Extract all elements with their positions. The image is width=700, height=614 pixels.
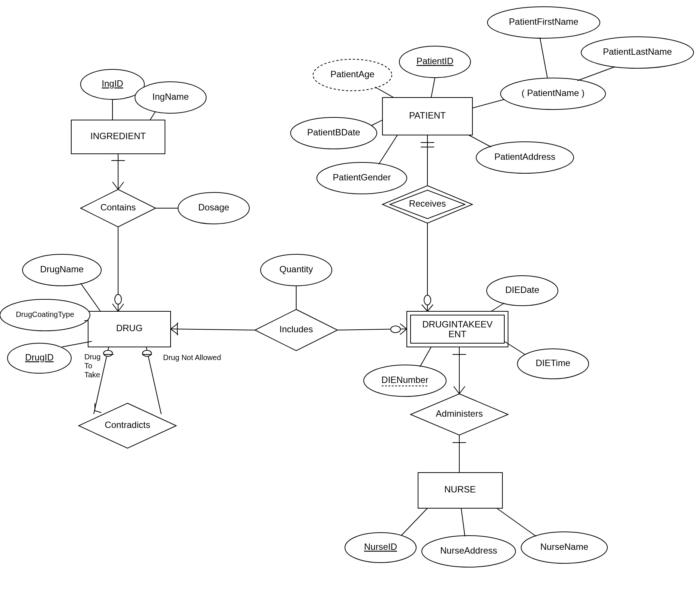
- entity-patient-label: PATIENT: [409, 110, 446, 120]
- role-drugtotake-3: Take: [84, 371, 100, 379]
- entity-drug-label: DRUG: [116, 323, 143, 333]
- svg-line-28: [379, 135, 397, 164]
- attr-patientlast-label: PatientLastName: [603, 47, 672, 57]
- attr-quantity-label: Quantity: [279, 264, 313, 274]
- svg-line-35: [422, 305, 427, 311]
- entity-ingredient-label: INGREDIENT: [90, 131, 146, 141]
- attr-ingname-label: IngName: [152, 92, 189, 102]
- svg-line-21: [95, 411, 101, 413]
- svg-line-40: [420, 347, 431, 367]
- svg-line-25: [577, 67, 615, 81]
- svg-line-37: [491, 303, 504, 311]
- svg-line-15: [146, 347, 161, 414]
- attr-dosage-label: Dosage: [198, 202, 229, 212]
- attr-nursename-label: NurseName: [540, 542, 588, 552]
- svg-line-47: [400, 324, 407, 329]
- entity-drugintake-label2: ENT: [448, 329, 466, 339]
- svg-line-1: [150, 111, 156, 120]
- svg-line-52: [454, 386, 459, 394]
- attr-patientfirst-label: PatientFirstName: [509, 17, 578, 27]
- svg-line-23: [431, 78, 435, 98]
- svg-line-4: [112, 182, 118, 189]
- attr-dietime-label: DIETime: [536, 358, 570, 368]
- svg-line-27: [371, 120, 382, 126]
- svg-line-38: [504, 341, 525, 354]
- svg-line-5: [118, 182, 124, 189]
- rel-contradicts-label: Contradicts: [105, 420, 150, 430]
- rel-administers-label: Administers: [436, 408, 483, 419]
- attr-nurseaddress-label: NurseAddress: [440, 545, 497, 555]
- svg-point-34: [424, 295, 431, 305]
- attr-patientid-label: PatientID: [417, 56, 454, 66]
- rel-receives-label: Receives: [409, 198, 446, 209]
- attr-ingid-label: IngID: [102, 78, 123, 89]
- role-drugtotake-1: Drug: [84, 353, 100, 361]
- svg-point-17: [142, 350, 151, 356]
- rel-contains-label: Contains: [100, 202, 136, 212]
- svg-line-56: [401, 508, 427, 536]
- attr-drugid-label: DrugID: [25, 352, 54, 362]
- attr-nurseid-label: NurseID: [364, 542, 397, 552]
- svg-point-16: [103, 350, 112, 356]
- attr-drugcoating-label: DrugCoatingType: [16, 310, 74, 318]
- svg-line-53: [459, 386, 465, 394]
- role-drugtotake-2: To: [84, 362, 92, 370]
- svg-line-36: [427, 305, 433, 311]
- svg-line-58: [497, 508, 536, 536]
- attr-patientage-label: PatientAge: [330, 69, 374, 79]
- attr-patientaddress-label: PatientAddress: [495, 152, 556, 162]
- svg-line-24: [540, 38, 547, 78]
- entity-drugintake-label1: DRUGINTAKEEV: [422, 319, 493, 329]
- svg-line-13: [62, 341, 92, 347]
- svg-line-26: [472, 99, 504, 108]
- svg-line-29: [469, 135, 491, 147]
- role-drugnot: Drug Not Allowed: [163, 353, 221, 362]
- entity-nurse-label: NURSE: [444, 484, 476, 494]
- svg-line-57: [461, 508, 465, 536]
- rel-includes-label: Includes: [279, 324, 313, 334]
- er-diagram: INGREDIENT IngID IngName Contains Dosage…: [0, 0, 700, 614]
- svg-point-10: [115, 294, 121, 304]
- attr-patientbdate-label: PatientBDate: [307, 127, 360, 137]
- attr-drugname-label: DrugName: [40, 264, 84, 274]
- attr-dienumber-label: DIENumber: [381, 375, 428, 385]
- svg-line-9: [118, 304, 124, 311]
- attr-patientgender-label: PatientGender: [333, 172, 391, 182]
- svg-line-8: [112, 304, 118, 311]
- svg-line-48: [400, 329, 407, 335]
- svg-line-22: [375, 87, 394, 98]
- attr-patientname-label: ( PatientName ): [522, 88, 585, 98]
- svg-line-41: [171, 329, 255, 330]
- attr-diedate-label: DIEDate: [505, 285, 540, 295]
- svg-point-46: [391, 326, 400, 333]
